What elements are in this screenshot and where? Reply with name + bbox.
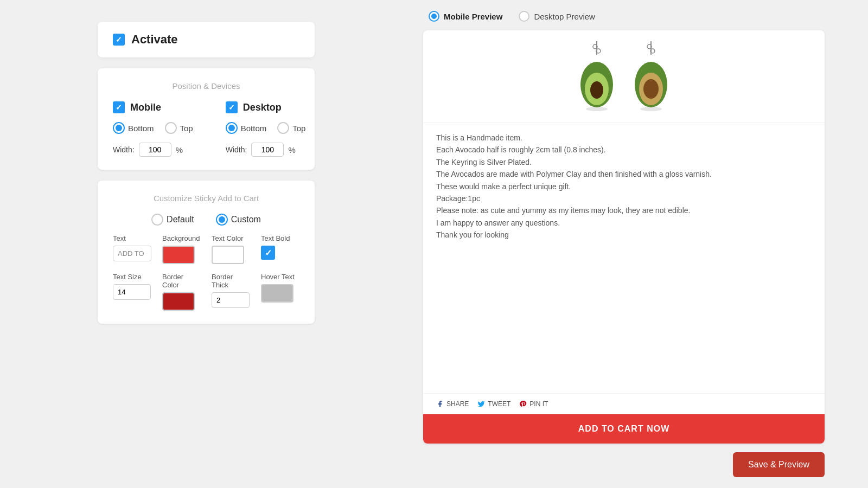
text-bold-label: Text Bold: [261, 234, 290, 242]
text-color-field-group: Text Color: [212, 234, 250, 264]
pin-button[interactable]: PIN IT: [519, 400, 548, 408]
mobile-column: Mobile Bottom Top Width: %: [113, 101, 193, 157]
mobile-checkbox[interactable]: [113, 101, 125, 113]
desktop-column: Desktop Bottom Top Width: %: [226, 101, 306, 157]
text-size-input[interactable]: [113, 284, 151, 300]
mobile-width-label: Width:: [113, 145, 135, 154]
add-to-cart-button[interactable]: ADD TO CART NOW: [423, 414, 825, 444]
preview-window: This is a Handmade item. Each Avocado ha…: [423, 30, 825, 444]
desktop-bottom-radio-btn[interactable]: [226, 122, 238, 134]
desktop-position-group: Bottom Top: [226, 122, 306, 134]
text-field-label: Text: [113, 234, 126, 242]
fields-grid: Text Background Text Color Text Bold Tex…: [113, 234, 299, 311]
desktop-percent: %: [288, 145, 295, 155]
svg-point-12: [643, 79, 659, 99]
text-color-label: Text Color: [212, 234, 244, 242]
activate-label: Activate: [131, 33, 178, 47]
mobile-position-group: Bottom Top: [113, 122, 193, 134]
text-field-group: Text: [113, 234, 151, 264]
text-bold-field-group: Text Bold: [261, 234, 299, 264]
product-description: This is a Handmade item. Each Avocado ha…: [423, 123, 825, 393]
desktop-header: Desktop: [226, 101, 306, 113]
desktop-width-label: Width:: [226, 145, 247, 154]
activate-card: Activate: [98, 22, 315, 57]
desktop-preview-tab[interactable]: Desktop Preview: [519, 11, 595, 22]
custom-radio[interactable]: Custom: [216, 214, 261, 226]
desktop-top-radio-btn[interactable]: [277, 122, 289, 134]
pin-label: PIN IT: [529, 400, 548, 408]
left-panel: Activate Position & Devices Mobile Botto…: [0, 0, 412, 488]
mobile-percent: %: [176, 145, 183, 155]
avocado-right-svg: [627, 41, 675, 112]
text-size-label: Text Size: [113, 273, 142, 281]
preview-tabs: Mobile Preview Desktop Preview: [423, 11, 825, 22]
desktop-bottom-radio[interactable]: Bottom: [226, 122, 267, 134]
border-color-label: Border Color: [162, 273, 201, 289]
position-title: Position & Devices: [113, 81, 299, 91]
desktop-width-row: Width: %: [226, 143, 306, 157]
border-color-field-group: Border Color: [162, 273, 201, 311]
desktop-bottom-label: Bottom: [241, 124, 267, 133]
border-thick-field-group: Border Thick: [212, 273, 250, 311]
product-image-area: [423, 30, 825, 123]
mobile-bottom-radio[interactable]: Bottom: [113, 122, 154, 134]
border-thick-input[interactable]: [212, 292, 250, 308]
default-label: Default: [167, 215, 194, 224]
twitter-icon: [477, 400, 485, 408]
mobile-top-radio[interactable]: Top: [165, 122, 193, 134]
position-grid: Mobile Bottom Top Width: %: [113, 101, 299, 157]
social-share-bar: SHARE TWEET PIN IT: [423, 393, 825, 414]
mobile-header: Mobile: [113, 101, 193, 113]
right-panel: Mobile Preview Desktop Preview: [412, 0, 868, 488]
mobile-top-label: Top: [180, 124, 193, 133]
background-label: Background: [162, 234, 200, 242]
mobile-width-input[interactable]: [139, 143, 171, 157]
facebook-icon: [436, 400, 444, 408]
mobile-preview-radio[interactable]: [429, 11, 439, 22]
mobile-label: Mobile: [130, 102, 161, 113]
text-input[interactable]: [113, 246, 151, 261]
activate-checkbox[interactable]: [113, 34, 125, 46]
desktop-label: Desktop: [243, 102, 282, 113]
text-bold-checkbox[interactable]: [261, 246, 275, 260]
svg-point-13: [640, 107, 662, 111]
desktop-preview-radio[interactable]: [519, 11, 529, 22]
hover-text-swatch[interactable]: [261, 284, 293, 303]
custom-label: Custom: [231, 215, 261, 224]
desktop-checkbox[interactable]: [226, 101, 238, 113]
description-text: This is a Handmade item. Each Avocado ha…: [436, 132, 812, 241]
tweet-button[interactable]: TWEET: [477, 400, 510, 408]
mobile-bottom-radio-btn[interactable]: [113, 122, 125, 134]
save-preview-button[interactable]: Save & Preview: [733, 452, 825, 477]
border-thick-label: Border Thick: [212, 273, 250, 289]
hover-text-field-group: Hover Text: [261, 273, 299, 311]
share-label: SHARE: [446, 400, 469, 408]
default-radio-btn[interactable]: [151, 214, 163, 226]
background-color-swatch[interactable]: [162, 246, 195, 264]
text-color-swatch[interactable]: [212, 246, 244, 264]
desktop-preview-label: Desktop Preview: [534, 12, 595, 21]
mobile-preview-tab[interactable]: Mobile Preview: [429, 11, 502, 22]
hover-text-label: Hover Text: [261, 273, 295, 281]
default-radio[interactable]: Default: [151, 214, 194, 226]
mobile-top-radio-btn[interactable]: [165, 122, 177, 134]
svg-point-6: [586, 107, 608, 111]
avocado-left-svg: [572, 41, 621, 112]
style-row: Default Custom: [113, 214, 299, 226]
pinterest-icon: [519, 400, 527, 408]
desktop-top-radio[interactable]: Top: [277, 122, 305, 134]
mobile-width-row: Width: %: [113, 143, 193, 157]
mobile-bottom-label: Bottom: [128, 124, 154, 133]
border-color-swatch[interactable]: [162, 292, 195, 311]
text-size-field-group: Text Size: [113, 273, 151, 311]
customize-card: Customize Sticky Add to Cart Default Cus…: [98, 181, 315, 324]
custom-radio-btn[interactable]: [216, 214, 228, 226]
tweet-label: TWEET: [488, 400, 510, 408]
avocado-image: [572, 41, 675, 112]
desktop-width-input[interactable]: [251, 143, 284, 157]
background-field-group: Background: [162, 234, 201, 264]
share-button[interactable]: SHARE: [436, 400, 469, 408]
desktop-top-label: Top: [292, 124, 305, 133]
position-devices-card: Position & Devices Mobile Bottom Top: [98, 68, 315, 170]
customize-title: Customize Sticky Add to Cart: [113, 194, 299, 203]
